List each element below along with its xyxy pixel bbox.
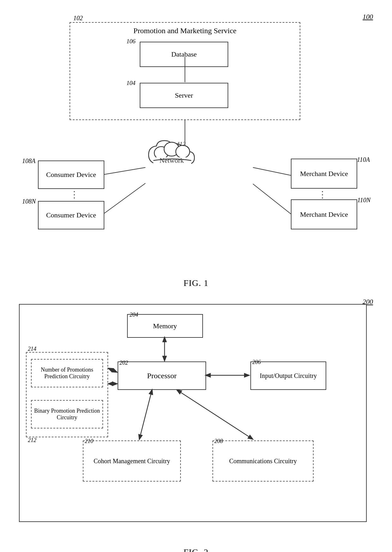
server-box: Server <box>140 83 228 108</box>
database-box: Database <box>140 42 228 67</box>
svg-text:112: 112 <box>177 141 186 147</box>
cohort-circuitry-box: Cohort Management Circuitry <box>83 440 181 482</box>
svg-line-8 <box>104 167 145 174</box>
cohort-label: Cohort Management Circuitry <box>94 458 170 465</box>
ref-110a: 110A <box>357 156 370 163</box>
fig2-outer-box: Memory 204 Processor 202 Input/Output Ci… <box>19 304 367 522</box>
comms-circuitry-box: Communications Circuitry <box>212 440 314 482</box>
svg-point-3 <box>164 142 179 156</box>
ref-206: 206 <box>252 359 261 366</box>
ref-212: 212 <box>28 437 36 444</box>
fig1-caption: FIG. 1 <box>19 278 373 288</box>
ref-214: 214 <box>28 346 36 352</box>
page: 100 102 Promotion and Marketing Service … <box>0 0 392 552</box>
binary-promotion-box: Binary Promotion Prediction Circuitry <box>31 400 103 428</box>
database-label: Database <box>171 50 197 58</box>
ref-104: 104 <box>126 80 136 87</box>
consumer-device-n-label: Consumer Device <box>46 211 96 219</box>
svg-line-18 <box>109 368 117 372</box>
svg-text:Network: Network <box>160 156 184 164</box>
prediction-container: 214 Number of Promotions Prediction Circ… <box>26 352 108 437</box>
merchant-device-a-label: Merchant Device <box>300 170 348 178</box>
memory-box: Memory <box>127 314 203 338</box>
ref-204: 204 <box>130 312 138 318</box>
comms-label: Communications Circuitry <box>229 458 297 465</box>
ref-102: 102 <box>73 15 83 22</box>
memory-label: Memory <box>153 322 177 330</box>
svg-line-11 <box>253 184 291 214</box>
svg-text:⋮: ⋮ <box>70 190 79 199</box>
fig1-diagram: 100 102 Promotion and Marketing Service … <box>19 13 373 272</box>
processor-box: Processor <box>118 361 206 390</box>
svg-text:⋮: ⋮ <box>318 190 327 199</box>
consumer-device-n-box: Consumer Device <box>38 201 104 229</box>
server-label: Server <box>175 91 193 100</box>
num-promotions-box: Number of Promotions Prediction Circuitr… <box>31 359 103 387</box>
svg-line-17 <box>177 390 253 439</box>
ref-210: 210 <box>85 438 93 445</box>
ref-106: 106 <box>126 38 136 45</box>
svg-point-4 <box>176 145 190 158</box>
fig2-diagram: 200 Memory 204 Processor 202 Input/Outpu… <box>19 298 373 544</box>
ref-202: 202 <box>119 360 128 366</box>
svg-rect-5 <box>153 157 191 167</box>
svg-line-9 <box>104 183 145 213</box>
ref-110n: 110N <box>357 197 371 204</box>
promotion-service-container: 102 Promotion and Marketing Service Data… <box>70 22 300 120</box>
merchant-device-n-box: Merchant Device <box>291 199 357 229</box>
binary-promotion-label: Binary Promotion Prediction Circuitry <box>34 408 101 421</box>
promotion-service-label: Promotion and Marketing Service <box>70 27 300 35</box>
ref-108a: 108A <box>22 157 35 165</box>
fig2-caption: FIG. 2 <box>19 547 373 552</box>
io-label: Input/Output Circuitry <box>260 372 317 379</box>
num-promotions-label: Number of Promotions Prediction Circuitr… <box>34 367 101 380</box>
io-circuitry-box: Input/Output Circuitry <box>250 361 326 390</box>
ref-208: 208 <box>214 438 223 445</box>
consumer-device-a-label: Consumer Device <box>46 171 96 179</box>
ref-100: 100 <box>363 13 373 21</box>
merchant-device-n-label: Merchant Device <box>300 210 348 219</box>
svg-line-16 <box>139 390 152 439</box>
processor-label: Processor <box>147 372 176 380</box>
ref-108n: 108N <box>22 198 36 205</box>
svg-point-2 <box>154 147 168 159</box>
consumer-device-a-box: Consumer Device <box>38 161 104 189</box>
svg-line-10 <box>253 167 291 175</box>
merchant-device-a-box: Merchant Device <box>291 159 357 189</box>
